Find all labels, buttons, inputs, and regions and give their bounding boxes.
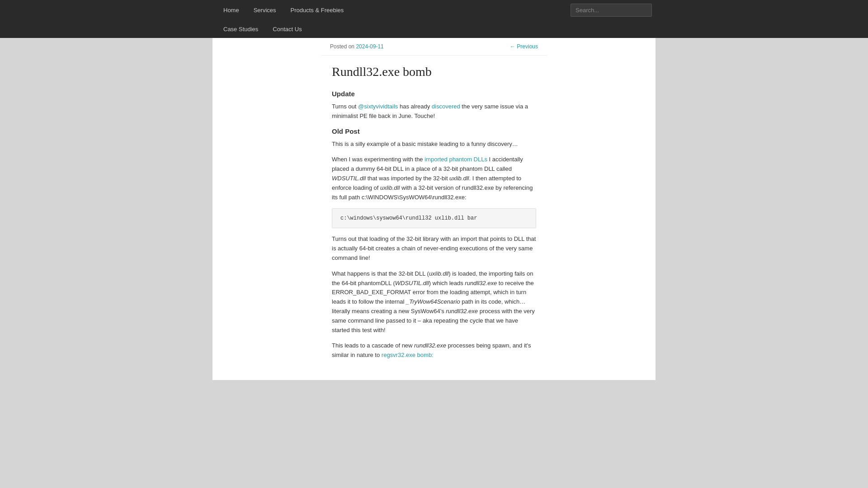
wdsutil-italic: WDSUTIL.dll — [332, 175, 366, 182]
article-body: Rundll32.exe bomb Update Turns out @sixt… — [321, 56, 547, 380]
content-area: Posted on 2024-09-11 ← Previous Rundll32… — [212, 38, 656, 380]
nav-items-left: Home Services Products & Freebies — [216, 1, 351, 19]
experimenting-paragraph: When I was experimenting with the import… — [332, 155, 536, 202]
code-block: c:\windows\syswow64\rundll32 uxlib.dll b… — [332, 208, 536, 228]
site-header: Home Services Products & Freebies Case S… — [0, 0, 868, 38]
rundll32-italic-1: rundll32.exe — [465, 280, 497, 286]
uxlib-italic-3: uxlib.dll — [429, 270, 448, 277]
header-inner: Home Services Products & Freebies Case S… — [212, 0, 656, 38]
article-title: Rundll32.exe bomb — [332, 65, 536, 79]
post-date-label: Posted on 2024-09-11 — [330, 43, 384, 50]
regsvr32-link[interactable]: regsvr32.exe bomb: — [382, 352, 434, 358]
what-happens-paragraph: What happens is that the 32-bit DLL (uxl… — [332, 269, 536, 335]
cascade-paragraph: This leads to a cascade of new rundll32.… — [332, 341, 536, 360]
update-paragraph: Turns out @sixtyvividtails has already d… — [332, 102, 536, 121]
rundll32-italic-2: rundll32.exe — [446, 308, 478, 314]
nav-bottom-row: Case Studies Contact Us — [212, 20, 656, 38]
trywow64-italic: _TryWow64Scenario — [406, 298, 460, 305]
content-inner: Posted on 2024-09-11 ← Previous Rundll32… — [321, 38, 547, 380]
search-form — [571, 0, 652, 20]
nav-contact-us[interactable]: Contact Us — [265, 20, 309, 38]
sixtyvividtails-link[interactable]: @sixtyvividtails — [358, 103, 398, 110]
nav-home[interactable]: Home — [216, 1, 246, 19]
silly-example-paragraph: This is a silly example of a basic mista… — [332, 140, 536, 149]
rundll32-italic-3: rundll32.exe — [414, 342, 446, 349]
nav-top-row: Home Services Products & Freebies — [212, 0, 656, 20]
update-heading: Update — [332, 90, 536, 98]
old-post-heading: Old Post — [332, 127, 536, 135]
previous-post-link[interactable]: ← Previous — [510, 43, 538, 50]
uxlib-italic-1: uxlib.dll — [449, 175, 469, 182]
nav-case-studies[interactable]: Case Studies — [216, 20, 265, 38]
loading-paragraph: Turns out that loading of the 32-bit lib… — [332, 235, 536, 263]
post-meta: Posted on 2024-09-11 ← Previous — [321, 38, 547, 56]
search-input[interactable] — [571, 4, 652, 17]
discovered-link[interactable]: discovered — [432, 103, 460, 110]
post-date-link[interactable]: 2024-09-11 — [356, 43, 383, 50]
imported-phantom-dlls-link[interactable]: imported phantom DLLs — [425, 156, 487, 163]
wdsutil-italic-2: WDSUTIL.dll — [395, 280, 429, 286]
nav-products-freebies[interactable]: Products & Freebies — [283, 1, 351, 19]
posted-on-text: Posted on — [330, 43, 354, 50]
uxlib-italic-2: uxlib.dll — [380, 184, 400, 191]
nav-services[interactable]: Services — [246, 1, 283, 19]
